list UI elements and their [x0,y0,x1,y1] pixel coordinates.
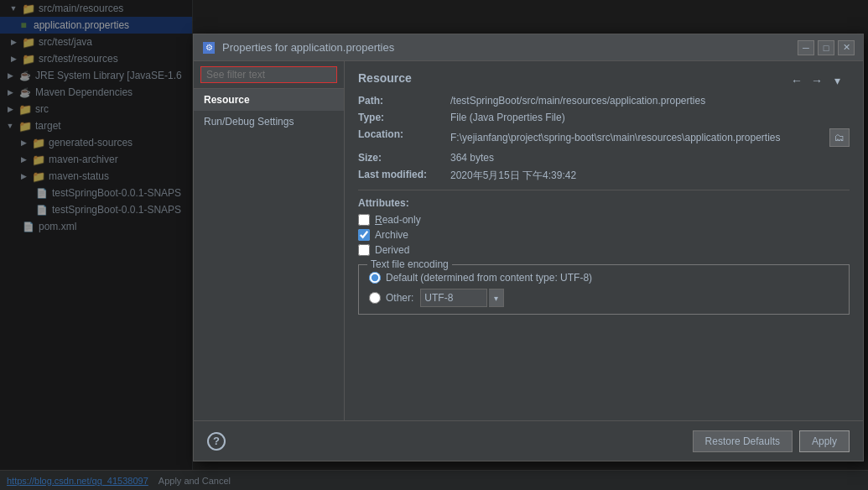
settings-gear-icon: ⚙ [203,42,215,54]
archive-checkbox[interactable] [358,229,370,241]
properties-dialog: ⚙ Properties for application.properties … [193,34,864,461]
browse-button[interactable]: 🗂 [829,128,850,147]
dialog-footer: ? Restore Defaults Apply [194,420,863,461]
dialog-body: Resource Run/Debug Settings Resource ← →… [194,61,863,420]
dialog-title-icon: ⚙ [202,41,216,55]
type-value: File (Java Properties File) [450,112,850,123]
nav-item-run-debug[interactable]: Run/Debug Settings [194,111,344,133]
prop-row-type: Type: File (Java Properties File) [358,112,850,123]
location-value-wrap: F:\yejianfang\project\spring-boot\src\ma… [450,128,850,147]
maximize-button[interactable]: □ [818,40,834,55]
encoding-dropdown-button[interactable]: ▾ [489,289,504,307]
dialog-controls: ─ □ ✕ [798,40,855,55]
nav-item-resource[interactable]: Resource [194,89,344,111]
prop-row-path: Path: /testSpringBoot/src/main/resources… [358,95,850,107]
checkbox-row-archive: Archive [358,229,850,241]
prop-row-last-modified: Last modified: 2020年5月15日 下午4:39:42 [358,169,850,183]
nav-dropdown-button[interactable]: ▾ [828,71,846,90]
default-encoding-label[interactable]: Default (determined from content type: U… [386,272,592,284]
size-label: Size: [358,152,450,164]
restore-defaults-button[interactable]: Restore Defaults [693,430,793,452]
last-modified-label: Last modified: [358,169,450,180]
nav-forward-button[interactable]: → [808,71,826,90]
encoding-select-wrap: ▾ [420,289,504,307]
dialog-titlebar: ⚙ Properties for application.properties … [194,34,863,61]
last-modified-value: 2020年5月15日 下午4:39:42 [450,169,850,183]
other-encoding-label[interactable]: Other: [386,292,413,304]
path-value: /testSpringBoot/src/main/resources/appli… [450,95,850,107]
location-label: Location: [358,128,450,140]
encoding-legend: Text file encoding [367,258,452,270]
derived-checkbox[interactable] [358,244,370,256]
attributes-title: Attributes: [358,197,850,209]
footer-left: ? [207,432,226,451]
encoding-input[interactable] [420,289,487,307]
size-value: 364 bytes [450,152,850,164]
dialog-content: Resource ← → ▾ Path: /testSpringBoot/src… [345,61,863,420]
nav-arrows: ← → ▾ [787,71,846,90]
section-title: Resource [358,71,412,88]
encoding-group: Text file encoding Default (determined f… [358,264,850,315]
dialog-title-text: Properties for application.properties [222,41,798,54]
nav-back-button[interactable]: ← [787,71,806,90]
filter-input-wrap [194,61,344,89]
readonly-label[interactable]: Read-only [375,214,421,226]
close-button[interactable]: ✕ [838,40,855,55]
checkbox-row-readonly: Read-only [358,214,850,226]
radio-row-default: Default (determined from content type: U… [369,272,839,284]
checkbox-row-derived: Derived [358,244,850,256]
readonly-checkbox[interactable] [358,214,370,226]
footer-right: Restore Defaults Apply [693,430,850,452]
other-encoding-row: Other: ▾ [369,289,839,307]
radio-row-other: Other: [369,292,413,304]
derived-label[interactable]: Derived [375,244,409,256]
filter-input[interactable] [200,66,337,83]
type-label: Type: [358,112,450,123]
apply-button[interactable]: Apply [799,430,850,452]
prop-row-size: Size: 364 bytes [358,152,850,164]
dialog-nav: Resource Run/Debug Settings [194,61,345,420]
other-encoding-radio[interactable] [369,292,381,304]
attributes-section: Attributes: Read-only Archive D [358,197,850,256]
minimize-button[interactable]: ─ [798,40,814,55]
path-label: Path: [358,95,450,107]
default-encoding-radio[interactable] [369,272,381,284]
location-value: F:\yejianfang\project\spring-boot\src\ma… [450,132,824,143]
help-button[interactable]: ? [207,432,226,451]
divider [358,190,850,190]
archive-label[interactable]: Archive [375,229,408,241]
prop-row-location: Location: F:\yejianfang\project\spring-b… [358,128,850,147]
